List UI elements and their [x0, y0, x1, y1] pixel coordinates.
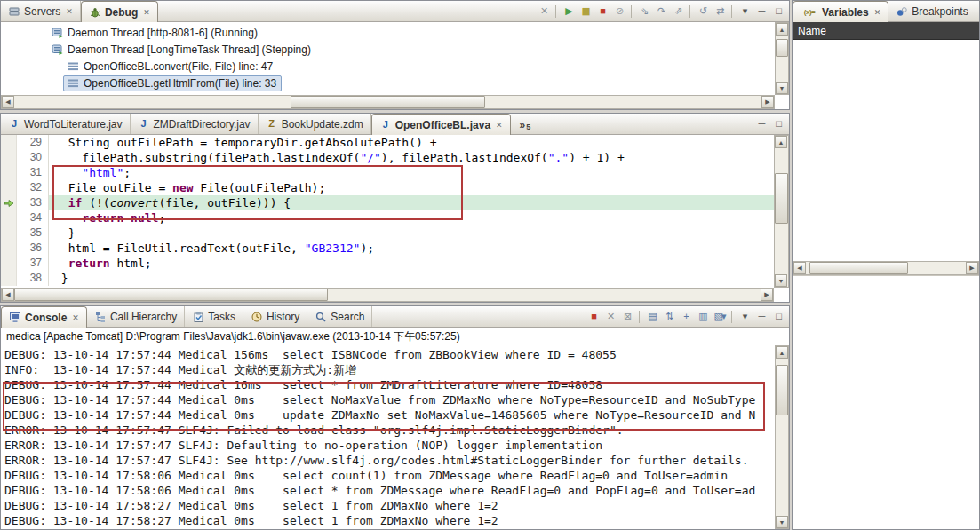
tab-wordtoliterature[interactable]: JWordToLiterature.jav — [1, 114, 131, 134]
pin-console-icon[interactable]: + — [678, 309, 693, 324]
scrollbar-track[interactable] — [806, 262, 966, 274]
terminate-icon[interactable]: ■ — [586, 309, 601, 324]
variables-tree[interactable] — [793, 40, 979, 261]
view-menu-icon[interactable]: ▾ — [737, 309, 752, 324]
scroll-right-icon[interactable]: ▶ — [761, 96, 774, 108]
tab-label: WordToLiterature.jav — [24, 118, 123, 131]
console-vertical-scrollbar[interactable]: ▲ ▼ — [775, 345, 789, 529]
toolbar-separator — [731, 5, 732, 18]
scroll-up-icon[interactable]: ▲ — [775, 136, 787, 148]
tab-servers[interactable]: Servers✕ — [1, 1, 81, 21]
scrollbar-thumb[interactable] — [775, 173, 788, 224]
drop-to-frame-icon[interactable]: ↺ — [695, 4, 710, 19]
editor-horizontal-scrollbar[interactable]: ◀ ▶ — [1, 288, 774, 302]
tab-variables[interactable]: (x)=Variables✕ — [793, 1, 888, 22]
remove-all-launches-icon[interactable]: ⊠ — [619, 309, 634, 324]
tab-zmdraftdirectory[interactable]: JZMDraftDirectory.jav — [131, 114, 259, 134]
debug-horizontal-scrollbar[interactable]: ◀ ▶ — [1, 95, 775, 109]
clear-console-icon[interactable]: ▤ — [644, 309, 659, 324]
code-text: return html; — [49, 256, 774, 271]
scroll-up-icon[interactable]: ▲ — [776, 346, 788, 359]
terminate-icon[interactable]: ■ — [594, 4, 610, 19]
display-selected-console-icon[interactable]: ▥ — [695, 309, 710, 324]
editor-tab-overflow[interactable]: »5 — [511, 114, 535, 134]
scroll-left-icon[interactable]: ◀ — [793, 262, 806, 274]
debug-view-tabs: Servers✕Debug✕ — [1, 1, 158, 21]
scroll-right-icon[interactable]: ▶ — [966, 262, 978, 274]
scroll-left-icon[interactable]: ◀ — [2, 96, 14, 108]
close-icon[interactable]: ✕ — [874, 8, 881, 17]
suspend-icon[interactable]: ▮▮ — [578, 4, 593, 19]
annotation-ruler — [1, 271, 17, 286]
remove-launch-icon[interactable]: ✕ — [602, 309, 617, 324]
minimize-icon[interactable]: ─ — [753, 116, 769, 131]
debug-vertical-scrollbar[interactable]: ▲ ▼ — [775, 22, 789, 95]
use-step-filters-icon[interactable]: ⇄ — [712, 4, 727, 19]
scroll-lock-icon[interactable]: ⇅ — [661, 309, 676, 324]
tab-search[interactable]: Search — [307, 306, 372, 327]
maximize-icon[interactable]: □ — [770, 116, 785, 131]
debug-tree-item[interactable]: Daemon Thread [http-8081-6] (Running) — [1, 24, 775, 41]
variables-view: (x)=Variables✕Breakpoints Name ◀ ▶ — [792, 0, 980, 530]
close-icon[interactable]: ✕ — [143, 8, 150, 17]
tab-tasks[interactable]: Tasks — [185, 306, 243, 327]
console-output[interactable]: DEBUG: 13-10-14 17:57:44 Medical 156ms s… — [1, 345, 775, 529]
scrollbar-thumb[interactable] — [291, 96, 485, 108]
scrollbar-thumb[interactable] — [776, 39, 788, 57]
tab-debug[interactable]: Debug✕ — [81, 1, 158, 22]
scrollbar-thumb[interactable] — [14, 289, 328, 301]
debug-tree-item[interactable]: Daemon Thread [LongTimeTask Thread] (Ste… — [1, 41, 775, 58]
scrollbar-thumb[interactable] — [809, 262, 909, 274]
minimize-icon[interactable]: ─ — [753, 309, 769, 324]
scrollbar-track[interactable] — [14, 289, 761, 301]
editor-vertical-scrollbar[interactable]: ▲ ▼ — [774, 135, 789, 288]
minimize-icon[interactable]: ─ — [753, 4, 769, 19]
scroll-down-icon[interactable]: ▼ — [776, 82, 788, 94]
scrollbar-track[interactable] — [14, 96, 761, 108]
tab-openofficebl[interactable]: JOpenOfficeBL.java✕ — [371, 114, 511, 135]
tab-console[interactable]: Console✕ — [1, 306, 87, 328]
scrollbar-thumb[interactable] — [776, 365, 788, 415]
tab-bookupdate[interactable]: ZBookUpdate.zdm — [259, 114, 371, 134]
resume-icon[interactable]: ▶ — [561, 4, 576, 19]
tree-item-label: OpenOfficeBL.getHtmlFrom(File) line: 33 — [84, 77, 276, 90]
debug-tree-item[interactable]: OpenOfficeBL.convert(File, File) line: 4… — [1, 58, 775, 75]
instruction-pointer-icon — [3, 197, 15, 209]
debug-tree-item[interactable]: OpenOfficeBL.getHtmlFrom(File) line: 33 — [1, 75, 775, 91]
close-icon[interactable]: ✕ — [72, 313, 79, 322]
tab-breakpoints[interactable]: Breakpoints — [888, 1, 976, 21]
scroll-left-icon[interactable]: ◀ — [2, 289, 14, 301]
console-line: DEBUG: 13-10-14 17:58:27 Medical 0ms sel… — [1, 498, 775, 513]
tab-label: BookUpdate.zdm — [282, 118, 363, 131]
close-icon[interactable]: ✕ — [66, 7, 73, 16]
editor-overflow-count: 5 — [526, 123, 530, 131]
step-return-icon[interactable]: ⇗ — [670, 4, 685, 19]
scrollbar-track[interactable] — [776, 359, 788, 516]
console-line: DEBUG: 13-10-14 17:57:44 Medical 0ms sel… — [1, 392, 775, 407]
maximize-icon[interactable]: □ — [770, 309, 785, 324]
annotation-ruler — [1, 150, 17, 165]
scroll-right-icon[interactable]: ▶ — [761, 289, 773, 301]
scroll-up-icon[interactable]: ▲ — [776, 23, 788, 36]
step-into-icon[interactable]: ⇘ — [636, 4, 651, 19]
remove-all-terminated-icon[interactable]: ✕ — [536, 4, 551, 19]
open-console-icon[interactable]: ▧▾ — [712, 309, 727, 324]
variables-detail-pane[interactable] — [793, 275, 979, 529]
tab-history[interactable]: History — [243, 306, 307, 327]
annotation-ruler — [1, 241, 17, 256]
variables-icon: (x)= — [801, 6, 818, 18]
console-toolbar: ■✕⊠▤⇅+▥▧▾▾─□ — [586, 306, 789, 327]
step-over-icon[interactable]: ↷ — [653, 4, 668, 19]
variables-horizontal-scrollbar[interactable]: ◀ ▶ — [793, 261, 979, 275]
disconnect-icon[interactable]: ⊘ — [611, 4, 626, 19]
scroll-down-icon[interactable]: ▼ — [776, 516, 788, 528]
close-icon[interactable]: ✕ — [496, 121, 503, 130]
scrollbar-track[interactable] — [775, 148, 788, 274]
view-menu-icon[interactable]: ▾ — [737, 4, 752, 19]
tab-call-hierarchy[interactable]: Call Hierarchy — [87, 306, 185, 327]
code-editor[interactable]: 29 String outFilePath = temporaryDir.get… — [1, 135, 774, 288]
scrollbar-track[interactable] — [776, 36, 788, 82]
scroll-down-icon[interactable]: ▼ — [775, 274, 787, 287]
editor-tabbar: JWordToLiterature.javJZMDraftDirectory.j… — [1, 114, 789, 135]
maximize-icon[interactable]: □ — [770, 4, 785, 19]
